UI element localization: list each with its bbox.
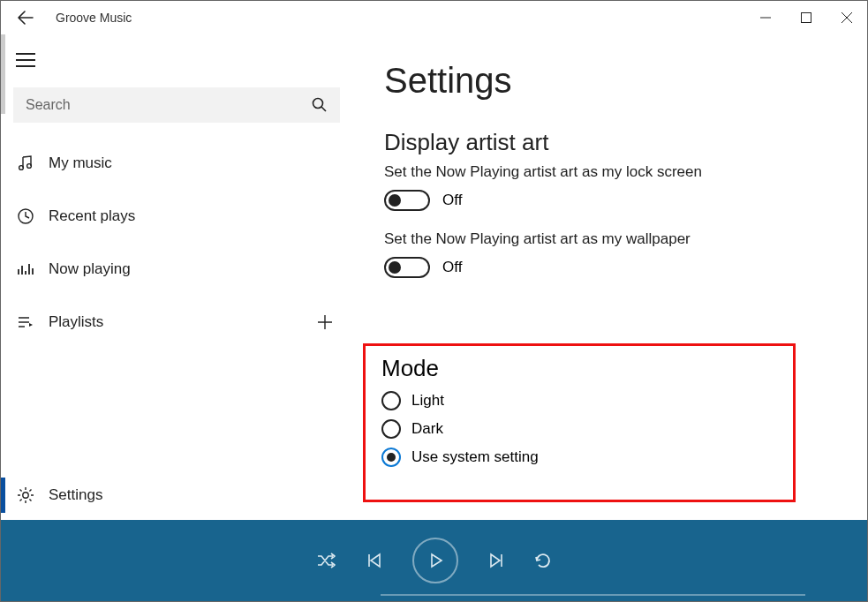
close-button[interactable] [826,1,867,34]
page-title: Settings [384,61,867,101]
wallpaper-desc: Set the Now Playing artist art as my wal… [384,230,867,248]
minimize-button[interactable] [745,1,786,34]
sidebar-scrollbar[interactable] [1,34,5,114]
nav-my-music[interactable]: My music [1,137,352,190]
artist-art-heading: Display artist art [384,129,867,156]
lock-screen-toggle[interactable] [384,190,430,211]
next-icon [488,553,504,568]
previous-button[interactable] [366,553,382,568]
close-icon [842,12,852,23]
next-button[interactable] [488,553,504,568]
mode-option-dark[interactable]: Dark [381,419,781,439]
wallpaper-toggle[interactable] [384,257,430,278]
app-window: Groove Music [0,0,868,602]
radio-icon [381,448,401,467]
svg-point-1 [313,99,323,109]
shuffle-button[interactable] [317,553,336,568]
search-box[interactable] [13,87,340,123]
radio-label: Light [411,392,444,410]
lock-screen-toggle-row: Off [384,190,867,211]
settings-label: Settings [49,486,102,504]
mode-section-highlight: Mode Light Dark Use system setting [363,343,796,502]
progress-bar[interactable] [381,594,805,596]
wallpaper-toggle-row: Off [384,257,867,278]
nav-recent-plays[interactable]: Recent plays [1,190,352,243]
player-bar [1,520,867,601]
titlebar: Groove Music [1,1,867,34]
svg-rect-0 [802,13,811,23]
lock-screen-desc: Set the Now Playing artist art as my loc… [384,163,867,181]
previous-icon [366,553,382,568]
body-area: My music Recent plays Now playing [1,34,867,520]
nav-label: Now playing [49,260,352,278]
radio-icon [381,391,401,410]
mode-option-system[interactable]: Use system setting [381,448,781,467]
play-icon [426,552,444,569]
search-icon [312,97,328,113]
hamburger-icon [16,53,35,67]
mode-option-light[interactable]: Light [381,391,781,410]
player-transport [317,538,552,583]
back-arrow-icon [18,10,34,26]
nav-label: Playlists [49,313,317,331]
radio-label: Dark [411,420,443,438]
lock-screen-state: Off [442,192,462,209]
radio-icon [381,419,401,439]
maximize-button[interactable] [786,1,826,34]
equalizer-icon [17,260,49,278]
app-title: Groove Music [56,11,132,25]
repeat-icon [534,552,552,569]
content-pane: Settings Display artist art Set the Now … [352,34,867,520]
maximize-icon [801,12,811,23]
mode-heading: Mode [381,355,781,382]
nav-label: Recent plays [49,207,352,225]
clock-icon [17,207,49,225]
gear-icon [17,486,49,504]
sidebar: My music Recent plays Now playing [1,34,352,520]
plus-icon [317,314,333,330]
repeat-button[interactable] [534,552,552,569]
minimize-icon [760,12,771,23]
music-note-icon [17,154,49,172]
nav-list: My music Recent plays Now playing [1,137,352,349]
wallpaper-state: Off [442,259,462,276]
radio-label: Use system setting [411,448,539,466]
back-button[interactable] [6,1,45,34]
svg-point-5 [23,493,28,498]
play-button[interactable] [412,538,458,583]
search-input[interactable] [26,97,312,113]
window-controls [745,1,867,34]
nav-label: My music [49,154,352,172]
nav-settings[interactable]: Settings [1,470,352,520]
nav-now-playing[interactable]: Now playing [1,243,352,296]
shuffle-icon [317,553,336,568]
add-playlist-button[interactable] [317,314,333,330]
playlist-icon [17,313,49,331]
hamburger-button[interactable] [4,40,47,80]
nav-playlists[interactable]: Playlists [1,296,352,349]
